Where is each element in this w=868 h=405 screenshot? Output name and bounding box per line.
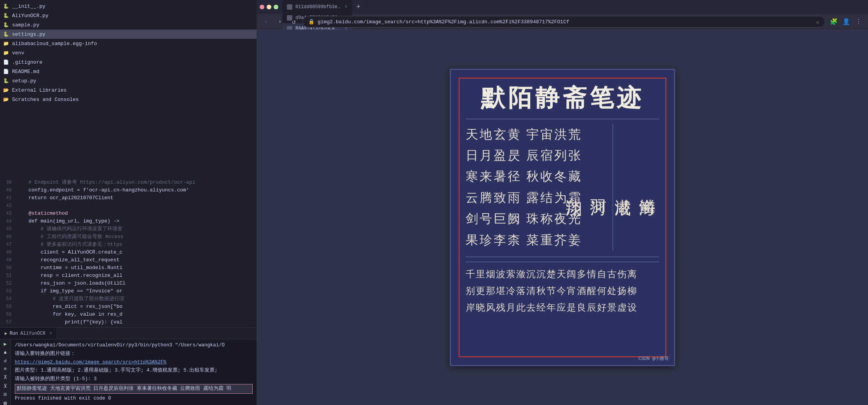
code-line-47: 47 # 更多鉴权访问方式请参见：https: [0, 241, 257, 249]
tree-item-extlibs[interactable]: 📂External Libraries: [0, 85, 257, 95]
python-file-icon: 🐍: [3, 13, 9, 19]
run-icon: ▶: [5, 331, 7, 336]
maximize-window-button[interactable]: [274, 5, 278, 9]
code-line-49: 49 recognize_all_text_request: [0, 256, 257, 264]
tree-item-label: setup.py: [12, 78, 36, 84]
run-scroll-down-button[interactable]: ⊻: [1, 383, 10, 389]
line-content: res_dict = res_json["bo: [15, 303, 257, 311]
tree-item-venv[interactable]: 📁venv: [0, 48, 257, 57]
tree-item-label: alibabacloud_sample.egg-info: [12, 41, 97, 47]
tree-item-label: .gitignore: [12, 59, 42, 65]
calligraphy-title: 默陌静斋笔迹: [466, 85, 659, 111]
browser-tab-tab3[interactable]: 011dd00599bfb3ea... ×: [282, 2, 352, 12]
run-clear-button[interactable]: ⊟: [1, 391, 10, 398]
extensions-button[interactable]: 🧩: [828, 16, 839, 27]
tree-item-readme[interactable]: 📄README.md: [0, 67, 257, 76]
code-line-57: 57 print(f"{key}: {val: [0, 318, 257, 326]
code-line-58: 58 # 将数据写入数据库或文件中: [0, 326, 257, 327]
tree-item-label: AliYunOCR.py: [12, 13, 49, 19]
line-number: 51: [0, 272, 15, 280]
calligraphy-divider-bottom: [466, 257, 659, 257]
line-number: 53: [0, 287, 15, 295]
tree-item-aliyunocr[interactable]: 🐍AliYunOCR.py: [0, 11, 257, 20]
folder-icon: 📁: [3, 50, 9, 56]
run-play-button[interactable]: ▶: [1, 341, 10, 347]
tree-items-container: 🐍__init__.py🐍AliYunOCR.py🐍sample.py🐍sett…: [0, 2, 257, 104]
line-number: 55: [0, 303, 15, 311]
line-number: 49: [0, 256, 15, 264]
file-icon: 📄: [3, 59, 9, 65]
run-output-line-exit: Process finished with exit code 0: [15, 395, 253, 402]
tab-label: 011dd00599bfb3ea...: [295, 4, 342, 10]
line-number: 41: [0, 194, 15, 202]
run-output-line-result: 默陌静斋笔迹 天地玄黄宇宙洪荒 日月盈昃辰宿列张 寒来暑往秋收冬藏 云腾致雨 露…: [15, 384, 253, 394]
line-number: 46: [0, 233, 15, 241]
traffic-lights: [260, 5, 278, 9]
tab-bar: 641 (600×266) × src=http://img.alic... ×…: [257, 0, 868, 14]
line-content: # 更多鉴权访问方式请参见：https: [15, 241, 257, 249]
new-tab-button[interactable]: +: [353, 2, 364, 12]
run-output-line-prompt_url: 请输入要转换的图片链接：: [15, 350, 253, 358]
line-content: # 将数据写入数据库或文件中: [15, 326, 257, 327]
code-line-54: 54 # 这里只提取了部分数据进行渲: [0, 295, 257, 303]
code-line-45: 45 # 请确保代码运行环境设置了环境变: [0, 225, 257, 233]
run-rerun-button[interactable]: ↺: [1, 358, 10, 364]
line-content: resp = client.recognize_all: [15, 272, 257, 280]
run-tab-close-icon[interactable]: ×: [49, 331, 52, 336]
browser-actions: 🧩 👤 ⋮: [828, 16, 864, 27]
line-number: 43: [0, 210, 15, 217]
run-print-button[interactable]: ▤: [1, 400, 10, 405]
run-stop-button[interactable]: ▲: [1, 349, 10, 355]
code-editor: 39 # Endpoint 请参考 https://api.aliyun.com…: [0, 179, 257, 327]
line-number: 39: [0, 179, 15, 186]
minimize-window-button[interactable]: [267, 5, 271, 9]
code-line-40: 40 config.endpoint = f'ocr-api.cn-hangzh…: [0, 186, 257, 194]
watermark: CSDN @小雅哥: [638, 355, 669, 362]
run-tab[interactable]: ▶ Run AliYunOCR ×: [0, 328, 57, 339]
tree-item-setup[interactable]: 🐍setup.py: [0, 76, 257, 85]
address-bar-row: ‹ › ↺ 🔒 gimg2.baidu.com/image_search/src…: [257, 14, 868, 30]
tree-item-sample[interactable]: 🐍sample.py: [0, 20, 257, 30]
bookmark-icon[interactable]: ☆: [816, 19, 819, 25]
run-panel: ▶ Run AliYunOCR × ▶ ▲ ↺ ≡ ⊼ ⊻ ⊟ ▤ ⊘ /Use…: [0, 327, 257, 405]
profile-button[interactable]: 👤: [841, 16, 852, 27]
folder-special-icon: 📂: [3, 87, 9, 93]
tree-item-init[interactable]: 🐍__init__.py: [0, 2, 257, 11]
run-output-line-url_link: https://gimg2.baidu.com/image_search/src…: [15, 359, 253, 366]
tree-item-alibabacloud[interactable]: 📁alibabacloud_sample.egg-info: [0, 39, 257, 48]
code-line-51: 51 resp = client.recognize_all: [0, 272, 257, 280]
code-line-46: 46 # 工程代码泄露可能会导致 Access: [0, 233, 257, 241]
code-line-39: 39 # Endpoint 请参考 https://api.aliyun.com…: [0, 179, 257, 186]
line-content: print(f"{key}: {val: [15, 318, 257, 326]
close-window-button[interactable]: [260, 5, 264, 9]
file-tree: 🐍__init__.py🐍AliYunOCR.py🐍sample.py🐍sett…: [0, 0, 257, 179]
run-settings-button[interactable]: ≡: [1, 366, 10, 372]
back-button[interactable]: ‹: [260, 16, 271, 27]
browser-panel: 641 (600×266) × src=http://img.alic... ×…: [257, 0, 868, 405]
python-file-icon: 🐍: [3, 3, 9, 9]
run-tab-label: Run: [10, 331, 18, 336]
calligraphy-inner: 默陌静斋笔迹 天地玄黄 宇宙洪荒 日月盈昃 辰宿列张 寒来暑径 秋收冬藏 云腾致…: [459, 78, 666, 357]
run-scroll-up-button[interactable]: ⊼: [1, 374, 10, 381]
tree-item-label: External Libraries: [12, 87, 66, 93]
line-number: 50: [0, 264, 15, 272]
forward-button[interactable]: ›: [274, 16, 285, 27]
tree-item-settings[interactable]: 🐍settings.py: [0, 30, 257, 39]
run-output-area: ▶ ▲ ↺ ≡ ⊼ ⊻ ⊟ ▤ ⊘ /Users/wangkai/Documen…: [0, 339, 257, 405]
tree-item-scratches[interactable]: 📂Scratches and Consoles: [0, 95, 257, 104]
menu-button[interactable]: ⋮: [853, 16, 864, 27]
line-content: client = AliYunOCR.create_c: [15, 249, 257, 256]
tab-close-button[interactable]: ×: [345, 4, 348, 10]
line-number: 48: [0, 249, 15, 256]
line-number: 47: [0, 241, 15, 249]
line-content: res_json = json.loads(UtilCl: [15, 280, 257, 287]
address-bar-url: gimg2.baidu.com/image_search/src=http%3A…: [318, 19, 813, 25]
browser-content: 默陌静斋笔迹 天地玄黄 宇宙洪荒 日月盈昃 辰宿列张 寒来暑径 秋收冬藏 云腾致…: [257, 30, 868, 405]
line-number: 40: [0, 186, 15, 194]
code-line-41: 41 return ocr_api20210707Client: [0, 194, 257, 202]
calligraphy-right-text: 鳞海潜咸羽河翔淡: [613, 124, 659, 250]
run-link[interactable]: https://gimg2.baidu.com/image_search/src…: [15, 360, 166, 365]
reload-button[interactable]: ↺: [288, 16, 299, 27]
tree-item-gitignore[interactable]: 📄.gitignore: [0, 57, 257, 67]
address-bar[interactable]: 🔒 gimg2.baidu.com/image_search/src=http%…: [302, 16, 825, 28]
